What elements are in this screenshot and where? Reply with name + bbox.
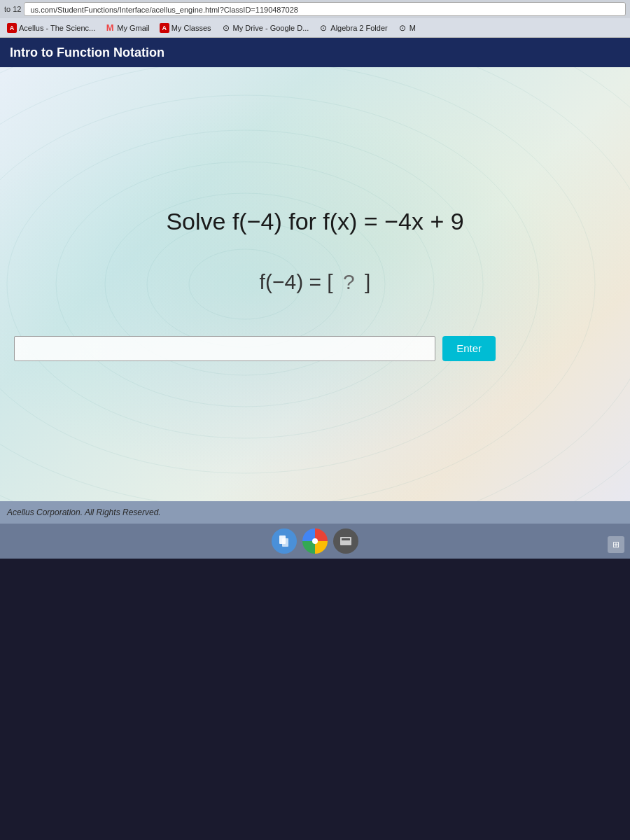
drive-icon: ⊙ <box>221 23 231 33</box>
browser-chrome: to 12 us.com/StudentFunctions/Interface/… <box>0 0 630 38</box>
bookmark-algebra-label: Algebra 2 Folder <box>330 24 387 32</box>
bookmark-myclasses-label: My Classes <box>172 24 211 32</box>
main-question: Solve f(−4) for f(x) = −4x + 9 <box>14 208 616 235</box>
bookmark-gmail[interactable]: M My Gmail <box>101 22 153 34</box>
acellus-icon: A <box>7 23 17 33</box>
svg-rect-10 <box>282 538 288 547</box>
svg-rect-12 <box>342 538 350 540</box>
bookmark-drive-label: My Drive - Google D... <box>233 24 309 32</box>
address-bar-row: to 12 us.com/StudentFunctions/Interface/… <box>0 0 630 18</box>
enter-button[interactable]: Enter <box>442 336 496 361</box>
bookmark-more-label: M <box>410 24 416 32</box>
page-header: Intro to Function Notation <box>0 38 630 67</box>
page-footer: Acellus Corporation. All Rights Reserved… <box>0 501 630 524</box>
algebra-icon: ⊙ <box>318 23 328 33</box>
bookmark-drive[interactable]: ⊙ My Drive - Google D... <box>217 22 314 34</box>
bookmark-algebra[interactable]: ⊙ Algebra 2 Folder <box>314 22 391 34</box>
more-icon: ⊙ <box>398 23 407 33</box>
gmail-icon: M <box>105 23 115 33</box>
answer-bracket-close: ] <box>365 270 370 293</box>
answer-input[interactable] <box>14 336 435 361</box>
main-content: Solve f(−4) for f(x) = −4x + 9 f(−4) = [… <box>0 67 630 501</box>
input-row: Enter <box>14 336 496 361</box>
taskbar-corner-label: ⊞ <box>612 540 620 550</box>
taskbar-chrome-icon[interactable] <box>302 528 328 554</box>
answer-display: f(−4) = [ ? ] <box>14 270 616 294</box>
svg-rect-11 <box>340 537 351 545</box>
tab-number: to 12 <box>4 5 21 13</box>
answer-question-mark: ? <box>337 270 360 293</box>
bookmark-gmail-label: My Gmail <box>117 24 149 32</box>
bookmark-acellus-label: Acellus - The Scienc... <box>19 24 95 32</box>
answer-bracket-open: [ <box>327 270 332 293</box>
bookmark-acellus[interactable]: A Acellus - The Scienc... <box>3 22 99 34</box>
footer-text: Acellus Corporation. All Rights Reserved… <box>7 507 161 517</box>
taskbar-corner-icon[interactable]: ⊞ <box>608 536 624 553</box>
bookmark-myclasses[interactable]: A My Classes <box>155 22 216 34</box>
myclasses-icon: A <box>160 23 169 33</box>
taskbar: ⊞ <box>0 524 630 559</box>
taskbar-app-icon[interactable] <box>333 528 358 554</box>
bookmark-more[interactable]: ⊙ M <box>393 22 420 34</box>
address-bar[interactable]: us.com/StudentFunctions/Interface/acellu… <box>24 2 626 16</box>
taskbar-files-icon[interactable] <box>272 528 297 554</box>
question-area: Solve f(−4) for f(x) = −4x + 9 f(−4) = [… <box>0 194 630 375</box>
bookmarks-bar: A Acellus - The Scienc... M My Gmail A M… <box>0 18 630 38</box>
page-title: Intro to Function Notation <box>10 46 164 60</box>
